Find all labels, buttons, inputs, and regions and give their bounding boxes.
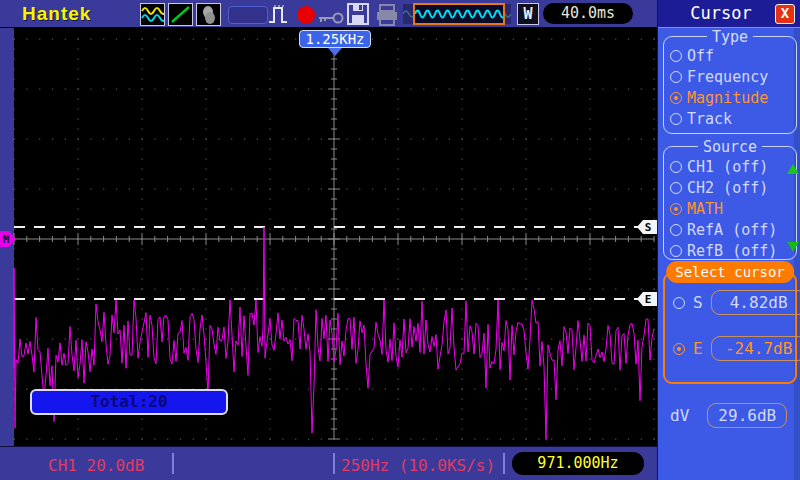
radio-icon [670,182,682,194]
status-bar: CH1 20.0dB 250Hz (10.0KS/s) 971.000Hz [0,446,657,480]
channel-waves-icon[interactable] [140,3,165,26]
svg-text:S: S [645,221,652,234]
radio-label: Off [687,47,714,65]
top-toolbar: Hantek [0,0,657,28]
frequency-counter: 971.000Hz [512,452,644,475]
panel-header: Cursor X [658,0,800,28]
cursor-s-label: S [693,293,703,312]
radio-type-track[interactable]: Track [664,108,796,129]
radio-icon [670,224,682,236]
hantek-logo: Hantek [22,3,91,25]
delta-v-label: dV [670,406,689,425]
cursor-marker-s[interactable]: S [637,220,657,234]
preview-selection-window[interactable] [413,3,505,25]
radio-label: RefB (off) [687,242,777,260]
save-icon[interactable] [347,3,370,30]
radio-label: Magnitude [687,89,768,107]
cursor-e-row[interactable]: E -24.7dB [673,336,800,361]
radio-source-refa[interactable]: RefA (off) [664,219,796,240]
pulse-icon[interactable] [268,4,295,29]
svg-text:E: E [645,293,652,306]
radio-icon [673,297,685,309]
key-lock-icon[interactable] [318,9,345,28]
source-group: Source CH1 (off) CH2 (off) MATH RefA (of… [663,146,797,260]
timebase-readout: 40.0ms [543,3,633,24]
cursor-e-value: -24.7dB [711,336,800,361]
select-cursor-group: Select cursor S 4.82dB E -24.7dB [663,272,797,384]
spectrum-plot: SEM [0,28,657,446]
radio-icon [670,71,682,83]
radio-label: MATH [687,200,723,218]
scroll-down-icon[interactable] [787,242,799,252]
radio-source-math[interactable]: MATH [664,198,796,219]
center-axes [14,39,654,439]
delta-v-value: 29.6dB [707,403,787,428]
radio-type-off[interactable]: Off [664,45,796,66]
cursor-marker-e[interactable]: E [637,292,657,306]
center-frequency-tag: 1.25KHz [299,30,371,48]
radio-label: RefA (off) [687,221,777,239]
radio-icon [670,161,682,173]
radio-label: CH1 (off) [687,158,768,176]
radio-label: Track [687,110,732,128]
radio-icon [670,113,682,125]
radio-icon [670,50,682,62]
separator [333,453,335,474]
cursor-panel: Cursor X Type Off Frequency Magnitude [657,0,800,480]
hand-probe-icon[interactable] [196,3,221,26]
radio-type-frequency[interactable]: Frequency [664,66,796,87]
print-icon[interactable] [375,4,400,30]
cursor-s-row[interactable]: S 4.82dB [673,290,800,315]
cursor-s-value: 4.82dB [711,290,800,315]
type-group: Type Off Frequency Magnitude Track [663,36,797,134]
horizontal-scale-readout: 250Hz (10.0KS/s) [341,456,495,475]
center-frequency-pointer [328,48,342,56]
radio-source-refb[interactable]: RefB (off) [664,240,796,261]
ch1-scale-readout: CH1 20.0dB [48,456,144,475]
separator [503,453,505,474]
panel-title: Cursor [676,3,766,23]
measure-line-icon[interactable] [168,3,193,26]
type-group-legend: Type [707,28,753,46]
radio-label: Frequency [687,68,768,86]
record-icon[interactable] [297,6,315,24]
radio-source-ch2[interactable]: CH2 (off) [664,177,796,198]
waveform-preview[interactable] [403,4,511,24]
close-icon[interactable]: X [775,4,795,24]
radio-icon [670,245,682,257]
window-zone-icon[interactable]: W [517,3,539,25]
source-group-legend: Source [698,138,762,156]
total-count-badge: Total:20 [30,389,228,415]
separator [172,453,174,474]
radio-source-ch1[interactable]: CH1 (off) [664,156,796,177]
svg-text:M: M [3,233,10,246]
radio-icon [673,343,685,355]
select-cursor-legend: Select cursor [666,261,794,283]
scroll-up-icon[interactable] [787,164,799,174]
radio-type-magnitude[interactable]: Magnitude [664,87,796,108]
cursor-e-label: E [693,339,703,358]
cursor-lines[interactable] [14,227,657,299]
radio-icon [670,203,682,215]
radio-icon [670,92,682,104]
delta-v-row: dV 29.6dB [670,403,787,428]
display-area: SEM 1.25KHz Total:20 [0,28,657,446]
trigger-status-box [228,6,268,24]
oscilloscope-screen: Hantek [0,0,800,480]
radio-label: CH2 (off) [687,179,768,197]
